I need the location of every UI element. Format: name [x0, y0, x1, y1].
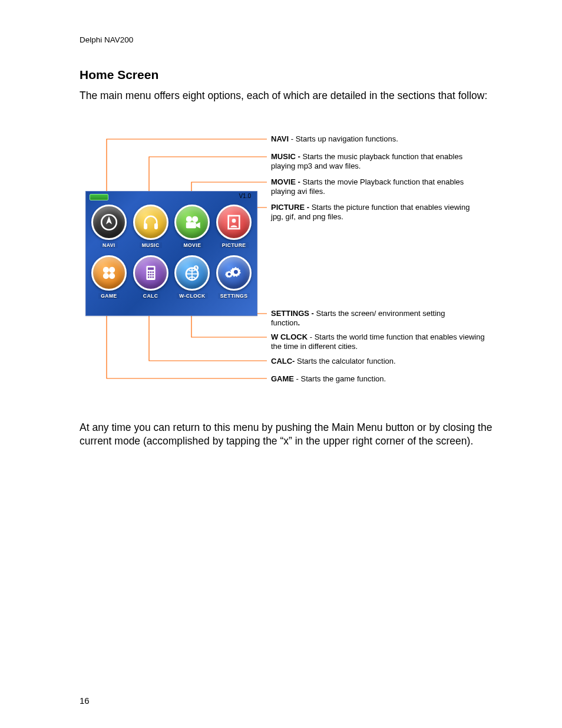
callout-game: GAME - Starts the game function. — [271, 374, 483, 384]
calculator-icon — [133, 255, 168, 291]
svg-rect-29 — [152, 274, 154, 275]
callout-calc: CALC- Starts the calculator function. — [271, 357, 483, 366]
svg-point-20 — [103, 273, 109, 279]
svg-rect-32 — [152, 276, 154, 278]
svg-point-19 — [109, 267, 115, 273]
svg-point-12 — [186, 216, 192, 222]
version-label: V1.0 — [239, 193, 251, 199]
globe-clock-icon — [174, 255, 210, 291]
page-number: 16 — [80, 696, 90, 706]
svg-rect-10 — [144, 223, 147, 229]
section-heading: Home Screen — [80, 68, 497, 82]
svg-marker-15 — [196, 222, 200, 228]
camcorder-icon — [174, 205, 210, 240]
app-settings[interactable]: SETTINGS — [214, 255, 254, 299]
callout-movie: MOVIE - Starts the movie Playback functi… — [271, 177, 489, 197]
svg-rect-24 — [148, 271, 150, 273]
app-label: GAME — [98, 293, 120, 299]
intro-paragraph: The main menu offers eight options, each… — [80, 89, 497, 103]
app-label: SETTINGS — [218, 293, 250, 299]
callout-picture: PICTURE - Starts the picture function th… — [271, 203, 483, 222]
document-header: Delphi NAV200 — [80, 35, 497, 44]
device-screenshot: V1.0 NAVI MUSIC — [85, 191, 257, 316]
svg-point-18 — [103, 267, 109, 273]
svg-rect-28 — [150, 274, 151, 275]
app-navi[interactable]: NAVI — [89, 205, 129, 248]
callout-wclock: W CLOCK - Starts the world time function… — [271, 332, 495, 352]
app-label: W-CLOCK — [177, 293, 207, 299]
app-music[interactable]: MUSIC — [131, 205, 171, 248]
game-icon — [91, 255, 127, 291]
svg-rect-23 — [148, 267, 154, 269]
callout-navi: NAVI - Starts up navigation functions. — [271, 134, 483, 144]
svg-rect-26 — [152, 271, 154, 273]
svg-point-13 — [192, 216, 198, 222]
svg-point-35 — [234, 270, 238, 274]
svg-point-36 — [228, 273, 231, 276]
app-movie[interactable]: MOVIE — [173, 205, 213, 248]
svg-marker-9 — [106, 216, 112, 225]
app-wclock[interactable]: W-CLOCK — [173, 255, 213, 299]
app-label: MOVIE — [181, 242, 203, 248]
headphones-icon — [133, 205, 168, 240]
compass-icon — [91, 205, 127, 240]
svg-rect-27 — [148, 274, 150, 275]
svg-rect-31 — [150, 276, 151, 278]
outro-paragraph: At any time you can return to this menu … — [80, 421, 497, 448]
callout-music: MUSIC - Starts the music playback functi… — [271, 152, 483, 172]
app-label: NAVI — [100, 242, 118, 248]
gears-icon — [216, 255, 252, 291]
app-game[interactable]: GAME — [89, 255, 129, 299]
callout-settings: SETTINGS - Starts the screen/ environmen… — [271, 309, 448, 328]
battery-icon — [90, 194, 108, 200]
app-label: MUSIC — [140, 242, 162, 248]
svg-rect-30 — [148, 276, 150, 278]
app-picture[interactable]: PICTURE — [214, 205, 254, 248]
app-label: PICTURE — [220, 242, 249, 248]
svg-point-21 — [109, 273, 115, 279]
app-label: CALC — [141, 293, 161, 299]
svg-rect-11 — [154, 223, 158, 229]
app-calc[interactable]: CALC — [131, 255, 171, 299]
home-screen-figure: V1.0 NAVI MUSIC — [80, 132, 497, 391]
svg-rect-25 — [150, 271, 151, 273]
portrait-icon — [216, 205, 252, 240]
svg-rect-14 — [186, 222, 196, 228]
svg-point-17 — [232, 219, 236, 223]
